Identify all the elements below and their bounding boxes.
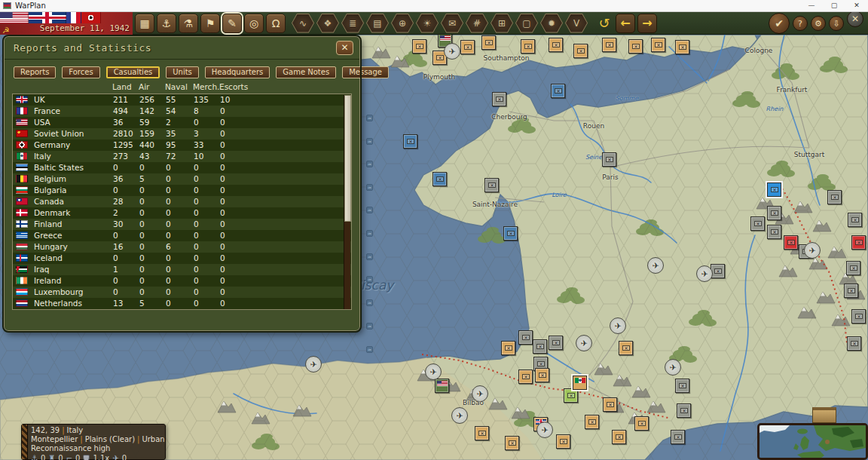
settings-button[interactable]: ⚙: [811, 16, 826, 31]
maximize-button[interactable]: ▢: [823, 0, 845, 11]
unit-counter[interactable]: ✕: [484, 178, 499, 192]
unit-counter[interactable]: ✕: [492, 92, 506, 106]
close-window-button[interactable]: ✕: [845, 0, 868, 11]
units-button[interactable]: Ω: [266, 14, 286, 33]
air-unit-counter[interactable]: ✈: [696, 265, 713, 282]
tab-units[interactable]: Units: [166, 66, 199, 78]
tab-message[interactable]: Message: [342, 66, 389, 78]
unit-counter[interactable]: ✕: [711, 264, 725, 278]
table-row[interactable]: UK2112565513510: [13, 94, 351, 106]
unit-counter[interactable]: ✕: [767, 225, 781, 239]
rail-lines-button[interactable]: #: [466, 14, 488, 33]
unit-counter[interactable]: ✕: [503, 226, 518, 241]
unit-counter[interactable]: ✕: [851, 235, 866, 250]
unit-counter[interactable]: ✕: [634, 416, 649, 431]
unit-counter[interactable]: ✕: [844, 284, 858, 298]
unit-counter[interactable]: ✕: [677, 403, 691, 418]
unit-counter[interactable]: [435, 379, 449, 393]
unit-counter[interactable]: ✕: [603, 397, 617, 412]
unit-counter[interactable]: ✕: [750, 216, 765, 231]
unit-counter[interactable]: ✕: [846, 261, 860, 275]
reports-button[interactable]: ✎: [222, 14, 242, 33]
unit-counter[interactable]: ✕: [403, 134, 417, 149]
unit-counter[interactable]: ✕: [651, 38, 665, 52]
undo-button[interactable]: ↺: [595, 14, 613, 33]
unit-counter[interactable]: ✕: [460, 40, 475, 54]
help-button[interactable]: ?: [793, 16, 808, 31]
end-turn-button[interactable]: ✔: [769, 13, 790, 34]
naval-button[interactable]: ⚓: [157, 14, 176, 33]
tab-casualties[interactable]: Casualties: [106, 66, 160, 78]
rail-transport-button[interactable]: ≣: [341, 14, 364, 33]
unit-counter[interactable]: ✕: [501, 341, 515, 355]
unit-counter[interactable]: ✕: [564, 388, 578, 403]
table-row[interactable]: Greece00000: [13, 230, 351, 241]
grid-toggle-button[interactable]: ⊞: [491, 14, 513, 33]
unit-counter[interactable]: ✕: [767, 182, 781, 197]
table-row[interactable]: Bulgaria00000: [13, 185, 351, 196]
scrollbar-track[interactable]: [344, 95, 350, 310]
table-row[interactable]: Germany129544095330: [13, 140, 351, 151]
table-row[interactable]: Baltic States00000: [13, 162, 351, 173]
unit-counter[interactable]: ✕: [573, 44, 588, 58]
recon-button[interactable]: ◎: [244, 14, 264, 33]
unit-counter[interactable]: ✕: [549, 336, 563, 350]
hex-control-button[interactable]: ❖: [316, 14, 339, 33]
messages-button[interactable]: ✉: [441, 14, 463, 33]
unit-counter[interactable]: ✕: [675, 40, 689, 54]
tab-game-notes[interactable]: Game Notes: [276, 66, 336, 78]
table-row[interactable]: France4941425480: [13, 106, 351, 117]
tab-forces[interactable]: Forces: [62, 66, 99, 78]
objectives-button[interactable]: ⚑: [200, 14, 220, 33]
unit-counter[interactable]: ✕: [671, 430, 685, 444]
victory-button[interactable]: V: [565, 14, 588, 33]
air-unit-counter[interactable]: ✈: [444, 43, 460, 60]
air-unit-counter[interactable]: ✈: [425, 363, 442, 380]
unit-counter[interactable]: ✕: [585, 415, 599, 429]
unit-counter[interactable]: ✕: [847, 336, 861, 351]
air-unit-counter[interactable]: ✈: [804, 242, 821, 259]
combat-results-button[interactable]: ✹: [540, 14, 563, 33]
unit-counter[interactable]: ✕: [505, 436, 519, 450]
unit-counter[interactable]: ✕: [551, 84, 565, 98]
air-unit-counter[interactable]: ✈: [451, 407, 468, 424]
minimize-button[interactable]: —: [800, 0, 823, 11]
unit-counter[interactable]: ✕: [556, 434, 570, 449]
table-row[interactable]: Canada280000: [13, 196, 351, 207]
table-row[interactable]: Denmark20000: [13, 207, 351, 219]
table-row[interactable]: Hungary160600: [13, 241, 351, 253]
unit-counter[interactable]: ✕: [784, 235, 798, 250]
air-unit-counter[interactable]: ✈: [305, 356, 322, 373]
tab-reports[interactable]: Reports: [14, 66, 56, 78]
unit-counter[interactable]: [573, 376, 587, 390]
unit-counter[interactable]: ✕: [549, 38, 563, 52]
unit-counter[interactable]: ✕: [848, 213, 862, 227]
unit-counter[interactable]: ✕: [851, 309, 866, 324]
unit-counter[interactable]: ✕: [612, 430, 626, 444]
unit-counter[interactable]: ✕: [518, 330, 533, 345]
unit-counter[interactable]: ✕: [767, 206, 781, 220]
save-button[interactable]: ⇩: [829, 16, 844, 31]
air-unit-counter[interactable]: ✈: [536, 422, 553, 438]
table-row[interactable]: Soviet Union28101593530: [13, 128, 351, 140]
frame-toggle-button[interactable]: ▢: [515, 14, 538, 33]
unit-counter[interactable]: ✕: [521, 39, 535, 54]
unit-counter[interactable]: ✕: [619, 341, 633, 355]
air-unit-counter[interactable]: ✈: [665, 359, 681, 376]
exit-button[interactable]: ✕: [847, 11, 863, 27]
air-unit-counter[interactable]: ✈: [610, 317, 626, 334]
unit-counter[interactable]: ✕: [412, 39, 426, 54]
supply-view-button[interactable]: ▤: [366, 14, 389, 33]
table-row[interactable]: Netherlands135000: [13, 298, 351, 309]
unit-counter[interactable]: ✕: [628, 39, 643, 54]
unit-counter[interactable]: ✕: [533, 339, 547, 354]
weather-view-button[interactable]: ☀: [416, 14, 439, 33]
unit-counter[interactable]: ✕: [481, 35, 496, 50]
unit-counter[interactable]: ✕: [675, 379, 689, 393]
table-row[interactable]: USA3659200: [13, 117, 351, 128]
air-unit-counter[interactable]: ✈: [576, 335, 592, 351]
range-view-button[interactable]: ⊕: [391, 14, 414, 33]
production-button[interactable]: ▦: [135, 14, 154, 33]
table-row[interactable]: Italy2734372100: [13, 151, 351, 162]
unit-counter[interactable]: ✕: [518, 370, 533, 384]
